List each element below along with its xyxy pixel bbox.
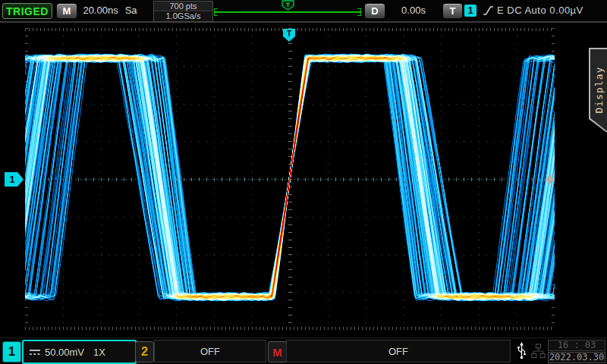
sample-rate: 1.0GSa/s <box>154 11 212 20</box>
channel1-info-box[interactable]: 50.00mV 1X <box>22 340 137 364</box>
channel1-probe: 1X <box>93 347 105 358</box>
bottom-channel-bar: 1 50.00mV 1X 2 OFF M OFF <box>0 337 607 364</box>
trigger-position-marker[interactable]: T <box>283 29 295 42</box>
delay-button[interactable]: D <box>364 3 385 19</box>
membar-right-bracket <box>357 8 361 16</box>
trigger-position-label: T <box>287 30 291 38</box>
tab-display[interactable]: Display <box>589 48 607 133</box>
channel2-info-box[interactable]: OFF <box>154 340 266 362</box>
trigger-status-badge: TRIGED <box>2 3 52 19</box>
menu-button[interactable]: M <box>56 3 77 19</box>
channel1-badge[interactable]: 1 <box>2 341 21 362</box>
timebase-value: 20.00ns <box>83 5 118 16</box>
trigger-settings-readout: E DC Auto 0.00µV <box>497 0 583 21</box>
clock-time: 16 : 03 <box>548 340 605 351</box>
trigger-source-badge: 1 <box>464 5 476 17</box>
acquisition-box: 700 pts 1.0GSa/s <box>153 1 213 22</box>
sample-mode-label: Sa <box>125 5 137 16</box>
channel2-badge[interactable]: 2 <box>135 341 154 362</box>
lan-icon <box>531 344 546 359</box>
tab-display-label: Display <box>593 70 605 114</box>
waveform-display-area: T 1 Display <box>0 23 607 337</box>
rising-edge-icon <box>483 5 494 17</box>
lan-indicator <box>530 340 546 362</box>
clock-date: 2022.03.30 <box>548 352 605 363</box>
delay-value: 0.00s <box>387 0 440 21</box>
usb-indicator <box>514 340 529 362</box>
top-status-bar: TRIGED M 20.00nsSa 700 pts 1.0GSa/s T D … <box>0 0 607 23</box>
usb-icon <box>517 342 527 360</box>
trigger-level-arrow[interactable] <box>545 174 555 185</box>
trigger-menu-button[interactable]: T <box>442 3 463 19</box>
channel1-level-marker[interactable]: 1 <box>5 172 24 187</box>
tab-display-face: Display <box>590 49 607 131</box>
channel1-scale: 50.00mV <box>45 347 84 358</box>
math-badge[interactable]: M <box>268 341 287 362</box>
channel1-marker-label: 1 <box>10 174 15 185</box>
persistence-waveform-canvas <box>25 28 555 330</box>
membar-line <box>215 11 360 13</box>
channel2-status: OFF <box>200 346 220 357</box>
record-points: 700 pts <box>154 2 212 11</box>
dc-coupling-icon <box>29 348 41 356</box>
math-status: OFF <box>388 346 408 357</box>
oscilloscope-screen: { "top_bar": { "trigger_status": "TRIGED… <box>0 0 607 364</box>
math-info-box[interactable]: OFF <box>286 340 511 362</box>
trigger-shield-icon[interactable]: T <box>281 0 294 11</box>
timebase-readout: 20.00nsSa <box>80 0 140 21</box>
trigger-shield-label: T <box>286 2 290 8</box>
